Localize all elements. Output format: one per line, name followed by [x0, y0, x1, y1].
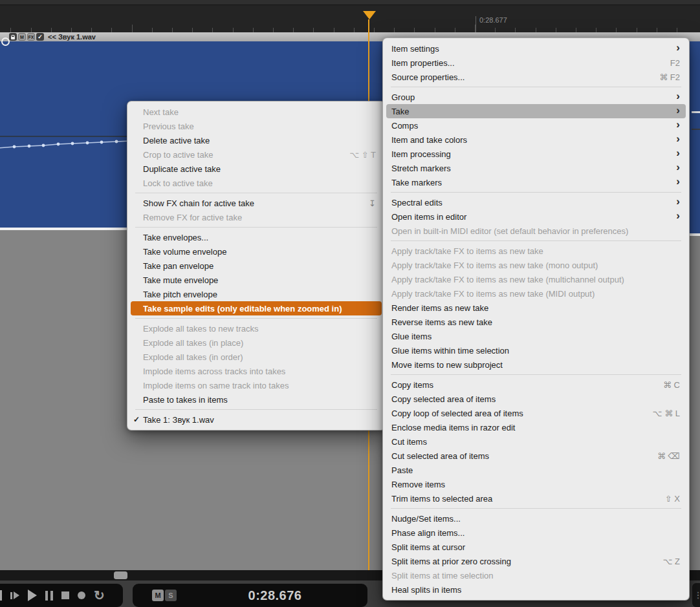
menu-item-take-sample-edits-only-editable-when-zoomed-in[interactable]: Take sample edits (only editable when zo… — [131, 301, 382, 315]
ruler-tick — [111, 28, 112, 32]
play-button[interactable] — [28, 590, 37, 601]
menu-item-take-markers[interactable]: Take markers› — [386, 175, 686, 189]
menu-item-next-take[interactable]: Next take — [131, 105, 382, 119]
menu-item-remove-items[interactable]: Remove items — [386, 477, 686, 491]
menu-item-nudge-set-items[interactable]: Nudge/Set items... — [386, 511, 686, 526]
menu-item-take-pan-envelope[interactable]: Take pan envelope — [131, 259, 382, 273]
menu-item-open-in-built-in-midi-editor-set-default-behavio[interactable]: Open in built-in MIDI editor (set defaul… — [386, 224, 686, 238]
pause-button[interactable] — [45, 591, 53, 601]
menu-item-duplicate-active-take[interactable]: Duplicate active take — [131, 162, 382, 176]
master-solo-button[interactable]: S — [165, 590, 177, 601]
go-to-end-icon[interactable] — [10, 591, 19, 599]
menu-item-item-processing[interactable]: Item processing› — [386, 147, 686, 161]
menu-item-reverse-items-as-new-take[interactable]: Reverse items as new take — [386, 315, 686, 329]
envelope-node[interactable] — [1, 37, 10, 46]
menu-item-label: Take envelopes... — [143, 233, 376, 242]
menu-item-item-settings[interactable]: Item settings› — [386, 41, 686, 56]
ruler-tick — [596, 28, 596, 32]
menu-item-shortcut: F2 — [670, 58, 680, 68]
ruler-tick — [374, 28, 375, 32]
item-lock-icon[interactable] — [9, 33, 17, 41]
play-icon — [28, 590, 37, 601]
menu-item-copy-loop-of-selected-area-of-items[interactable]: Copy loop of selected area of items⌥ ⌘ L — [386, 406, 686, 420]
menu-item-source-properties[interactable]: Source properties...⌘ F2 — [386, 70, 686, 84]
menu-item-trim-items-to-selected-area[interactable]: Trim items to selected area⇧ X — [386, 491, 686, 506]
menu-item-glue-items-within-time-selection[interactable]: Glue items within time selection — [386, 343, 686, 357]
menu-item-shortcut: ⌥ Z — [662, 557, 680, 566]
menu-item-glue-items[interactable]: Glue items — [386, 329, 686, 343]
menu-item-explode-all-takes-in-order[interactable]: Explode all takes (in order) — [131, 350, 382, 364]
menu-item-take-pitch-envelope[interactable]: Take pitch envelope — [131, 287, 382, 301]
menu-item-take[interactable]: Take› — [386, 104, 686, 118]
transport-menu-button[interactable]: ⋮ — [692, 583, 700, 607]
menu-item-label: Stretch markers — [391, 164, 668, 173]
menu-item-take-mute-envelope[interactable]: Take mute envelope — [131, 273, 382, 287]
ruler-tick — [293, 28, 294, 32]
menu-separator — [135, 318, 377, 319]
menu-item-split-items-at-time-selection[interactable]: Split items at time selection — [386, 568, 686, 582]
record-button[interactable] — [78, 591, 85, 599]
menu-item-group[interactable]: Group› — [386, 90, 686, 104]
timeline-ruler[interactable]: 0:28.677 — [0, 5, 700, 32]
menu-item-copy-items[interactable]: Copy items⌘ C — [386, 378, 686, 392]
menu-item-apply-track-take-fx-to-items-as-new-take-multich[interactable]: Apply track/take FX to items as new take… — [386, 272, 686, 286]
menu-item-lock-to-active-take[interactable]: Lock to active take — [131, 176, 382, 190]
menu-item-delete-active-take[interactable]: Delete active take — [131, 133, 382, 147]
menu-item-label: Next take — [143, 107, 376, 117]
item-mute-button[interactable]: M — [18, 33, 26, 41]
menu-item-label: Take 1: Звук 1.wav — [143, 415, 376, 425]
menu-item-render-items-as-new-take[interactable]: Render items as new take — [386, 301, 686, 315]
menu-item-remove-fx-for-active-take[interactable]: Remove FX for active take — [131, 210, 382, 224]
item-check-icon[interactable]: ✓ — [36, 33, 44, 41]
repeat-icon[interactable]: ↻ — [94, 590, 105, 601]
chevron-right-icon: › — [676, 45, 680, 51]
menu-item-implode-items-across-tracks-into-takes[interactable]: Implode items across tracks into takes — [131, 364, 382, 378]
menu-item-stretch-markers[interactable]: Stretch markers› — [386, 161, 686, 175]
ruler-tick — [515, 28, 516, 32]
menu-item-open-items-in-editor[interactable]: Open items in editor› — [386, 209, 686, 224]
menu-item-take-1-звук-1-wav[interactable]: ✓Take 1: Звук 1.wav — [131, 412, 382, 427]
menu-item-apply-track-take-fx-to-items-as-new-take-mono-ou[interactable]: Apply track/take FX to items as new take… — [386, 258, 686, 272]
item-fx-button[interactable]: FX — [27, 33, 35, 41]
menu-item-take-volume-envelope[interactable]: Take volume envelope — [131, 244, 382, 259]
menu-item-split-items-at-prior-zero-crossing[interactable]: Split items at prior zero crossing⌥ Z — [386, 554, 686, 568]
chevron-right-icon: › — [676, 150, 680, 156]
menu-item-paste[interactable]: Paste — [386, 463, 686, 477]
menu-item-label: Previous take — [143, 122, 376, 131]
playhead-marker[interactable] — [363, 11, 376, 19]
menu-item-move-items-to-new-subproject[interactable]: Move items to new subproject — [386, 357, 686, 372]
menu-item-label: Group — [391, 92, 668, 102]
menu-item-heal-splits-in-items[interactable]: Heal splits in items — [386, 582, 686, 597]
menu-item-cut-selected-area-of-items[interactable]: Cut selected area of items⌘ ⌫ — [386, 449, 686, 463]
menu-item-apply-track-take-fx-to-items-as-new-take[interactable]: Apply track/take FX to items as new take — [386, 244, 686, 258]
menu-item-previous-take[interactable]: Previous take — [131, 119, 382, 133]
menu-item-explode-all-takes-to-new-tracks[interactable]: Explode all takes to new tracks — [131, 321, 382, 335]
menu-item-enclose-media-items-in-razor-edit[interactable]: Enclose media items in razor edit — [386, 420, 686, 434]
menu-item-explode-all-takes-in-place[interactable]: Explode all takes (in place) — [131, 335, 382, 350]
menu-item-take-envelopes[interactable]: Take envelopes... — [131, 230, 382, 244]
menu-item-label: Item processing — [391, 149, 668, 159]
menu-item-comps[interactable]: Comps› — [386, 118, 686, 133]
transport-time-display[interactable]: 0:28.676 — [236, 588, 314, 603]
menu-item-implode-items-on-same-track-into-takes[interactable]: Implode items on same track into takes — [131, 378, 382, 392]
menu-item-item-and-take-colors[interactable]: Item and take colors› — [386, 133, 686, 147]
menu-item-label: Show FX chain for active take — [143, 198, 361, 208]
go-to-start-button[interactable] — [0, 590, 2, 601]
check-icon: ✓ — [133, 415, 143, 424]
menu-item-item-properties[interactable]: Item properties...F2 — [386, 56, 686, 70]
master-mute-button[interactable]: M — [152, 590, 164, 601]
menu-item-copy-selected-area-of-items[interactable]: Copy selected area of items — [386, 392, 686, 406]
menu-item-crop-to-active-take[interactable]: Crop to active take⌥ ⇧ T — [131, 147, 382, 162]
menu-item-split-items-at-cursor[interactable]: Split items at cursor — [386, 540, 686, 554]
menu-item-shortcut: ⌘ ⌫ — [657, 451, 680, 461]
menu-item-label: Take — [391, 107, 668, 116]
menu-item-spectral-edits[interactable]: Spectral edits› — [386, 195, 686, 209]
stop-button[interactable] — [61, 591, 69, 599]
ruler-tick — [475, 25, 476, 32]
menu-item-paste-to-takes-in-items[interactable]: Paste to takes in items — [131, 392, 382, 407]
menu-item-cut-items[interactable]: Cut items — [386, 434, 686, 449]
menu-item-phase-align-items[interactable]: Phase align items... — [386, 526, 686, 540]
menu-item-apply-track-take-fx-to-items-as-new-take-midi-ou[interactable]: Apply track/take FX to items as new take… — [386, 286, 686, 301]
menu-item-show-fx-chain-for-active-take[interactable]: Show FX chain for active take↧ — [131, 196, 382, 210]
scrollbar-thumb[interactable] — [114, 571, 127, 579]
